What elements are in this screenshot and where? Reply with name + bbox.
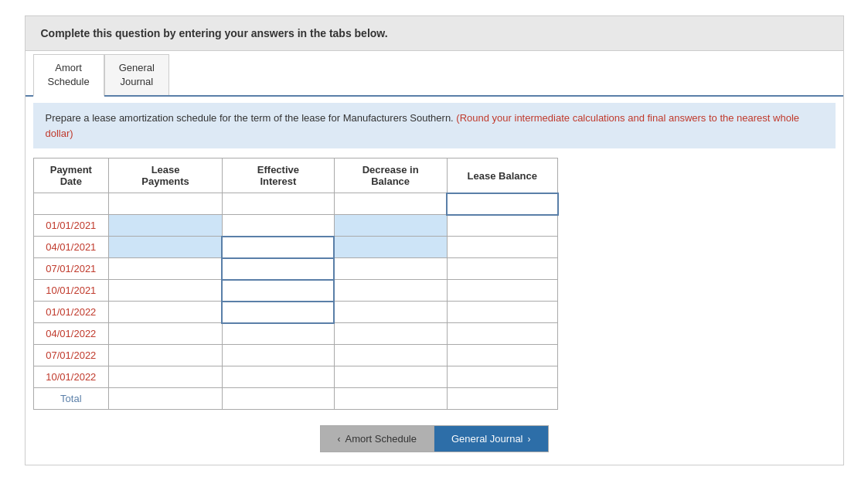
input-decrease-balance-01012022[interactable] — [336, 304, 444, 321]
input-decrease-balance-10012021[interactable] — [336, 282, 444, 299]
input-total-effective-interest[interactable] — [224, 390, 332, 407]
input-lease-payments-10012022[interactable] — [111, 369, 220, 386]
effective-interest-04012022[interactable] — [222, 323, 334, 345]
input-decrease-balance-04012021[interactable] — [336, 239, 444, 256]
input-lease-payments-10012021[interactable] — [111, 282, 220, 299]
instruction-bar: Complete this question by entering your … — [26, 16, 843, 51]
lease-payments-01012021[interactable] — [109, 215, 223, 237]
decrease-balance-10012022[interactable] — [334, 366, 447, 388]
decrease-balance-01012022[interactable] — [334, 302, 447, 323]
input-blank-decrease-in-balance[interactable] — [336, 196, 444, 213]
lease-payments-01012022[interactable] — [109, 302, 223, 323]
col-header-decrease-in-balance: Decrease inBalance — [334, 158, 447, 193]
input-lease-balance-10012022[interactable] — [449, 369, 557, 386]
table-row: 07/01/2021 — [33, 258, 558, 280]
date-cell-04012021: 04/01/2021 — [33, 237, 109, 258]
next-button[interactable]: General Journal › — [434, 425, 549, 452]
decrease-balance-07012022[interactable] — [334, 345, 447, 366]
decrease-balance-04012021[interactable] — [334, 237, 447, 258]
input-lease-balance-04012021[interactable] — [449, 239, 557, 256]
input-lease-balance-07012022[interactable] — [449, 347, 557, 364]
prev-button-label: Amort Schedule — [345, 433, 417, 445]
input-effective-interest-01012022[interactable] — [224, 304, 332, 321]
info-box: Prepare a lease amortization schedule fo… — [33, 103, 836, 148]
input-blank-lease-balance[interactable] — [449, 196, 556, 213]
tab-amort-schedule[interactable]: AmortSchedule — [33, 54, 104, 97]
lease-payments-07012021[interactable] — [109, 258, 223, 280]
input-total-decrease-balance[interactable] — [336, 390, 445, 407]
input-decrease-balance-01012021[interactable] — [336, 217, 445, 234]
blank-lease-payments[interactable] — [109, 193, 223, 215]
input-lease-balance-01012022[interactable] — [449, 304, 557, 321]
input-effective-interest-10012021[interactable] — [224, 282, 332, 299]
info-text: Prepare a lease amortization schedule fo… — [46, 112, 457, 124]
effective-interest-10012022[interactable] — [222, 366, 334, 388]
input-lease-payments-04012021[interactable] — [111, 239, 220, 256]
table-row: 01/01/2022 — [33, 302, 558, 323]
input-lease-balance-07012021[interactable] — [449, 261, 557, 278]
nav-buttons: ‹ Amort Schedule General Journal › — [26, 425, 843, 452]
input-effective-interest-04012021[interactable] — [224, 239, 332, 256]
effective-interest-01012021[interactable] — [222, 215, 334, 237]
input-blank-effective-interest[interactable] — [224, 196, 332, 213]
lease-balance-10012022[interactable] — [447, 366, 558, 388]
col-header-payment-date: Payment Date — [33, 158, 109, 193]
tab-general-journal[interactable]: GeneralJournal — [104, 54, 169, 95]
input-blank-lease-payments[interactable] — [111, 196, 220, 213]
input-total-lease-payments[interactable] — [111, 390, 220, 407]
input-effective-interest-07012022[interactable] — [224, 347, 332, 364]
input-effective-interest-07012021[interactable] — [224, 261, 332, 278]
input-effective-interest-01012021[interactable] — [224, 217, 332, 234]
lease-balance-07012021[interactable] — [447, 258, 558, 280]
col-header-effective-interest: EffectiveInterest — [222, 158, 334, 193]
lease-balance-04012021[interactable] — [447, 237, 558, 258]
input-lease-payments-01012022[interactable] — [111, 304, 220, 321]
input-lease-payments-07012022[interactable] — [111, 347, 220, 364]
blank-decrease-in-balance[interactable] — [334, 193, 447, 215]
lease-payments-10012021[interactable] — [109, 280, 223, 302]
input-lease-balance-01012021[interactable] — [449, 217, 557, 234]
table-row: 10/01/2022 — [33, 366, 558, 388]
total-decrease-balance[interactable] — [334, 388, 447, 410]
effective-interest-07012021[interactable] — [222, 258, 334, 280]
effective-interest-04012021[interactable] — [222, 237, 334, 258]
date-cell-10012022: 10/01/2022 — [33, 366, 109, 388]
input-lease-payments-01012021[interactable] — [111, 217, 220, 234]
lease-payments-04012021[interactable] — [109, 237, 223, 258]
decrease-balance-07012021[interactable] — [334, 258, 447, 280]
total-label: Total — [33, 388, 109, 410]
input-decrease-balance-07012021[interactable] — [336, 261, 444, 278]
amort-table: Payment Date LeasePayments EffectiveInte… — [33, 158, 559, 410]
input-lease-payments-07012021[interactable] — [111, 261, 220, 278]
input-decrease-balance-10012022[interactable] — [336, 369, 445, 386]
effective-interest-07012022[interactable] — [222, 345, 334, 366]
col-header-lease-balance: Lease Balance — [447, 158, 558, 193]
decrease-balance-10012021[interactable] — [334, 280, 447, 302]
input-decrease-balance-07012022[interactable] — [336, 347, 445, 364]
lease-payments-10012022[interactable] — [109, 366, 223, 388]
input-effective-interest-10012022[interactable] — [224, 369, 332, 386]
prev-button[interactable]: ‹ Amort Schedule — [320, 425, 434, 452]
lease-payments-07012022[interactable] — [109, 345, 223, 366]
effective-interest-01012022[interactable] — [222, 302, 334, 323]
lease-balance-07012022[interactable] — [447, 345, 558, 366]
input-lease-payments-04012022[interactable] — [111, 326, 220, 343]
blank-lease-balance[interactable] — [447, 193, 558, 215]
input-effective-interest-04012022[interactable] — [224, 326, 332, 343]
lease-balance-04012022[interactable] — [447, 323, 558, 345]
input-lease-balance-04012022[interactable] — [449, 326, 557, 343]
input-lease-balance-10012021[interactable] — [449, 282, 557, 299]
blank-effective-interest[interactable] — [222, 193, 334, 215]
total-effective-interest[interactable] — [222, 388, 334, 410]
total-lease-payments[interactable] — [109, 388, 223, 410]
lease-payments-04012022[interactable] — [109, 323, 223, 345]
next-button-label: General Journal — [451, 433, 523, 445]
decrease-balance-01012021[interactable] — [334, 215, 447, 237]
decrease-balance-04012022[interactable] — [334, 323, 447, 345]
input-decrease-balance-04012022[interactable] — [336, 326, 445, 343]
lease-balance-01012021[interactable] — [447, 215, 558, 237]
lease-balance-10012021[interactable] — [447, 280, 558, 302]
date-cell-01012021: 01/01/2021 — [33, 215, 109, 237]
lease-balance-01012022[interactable] — [447, 302, 558, 323]
effective-interest-10012021[interactable] — [222, 280, 334, 302]
